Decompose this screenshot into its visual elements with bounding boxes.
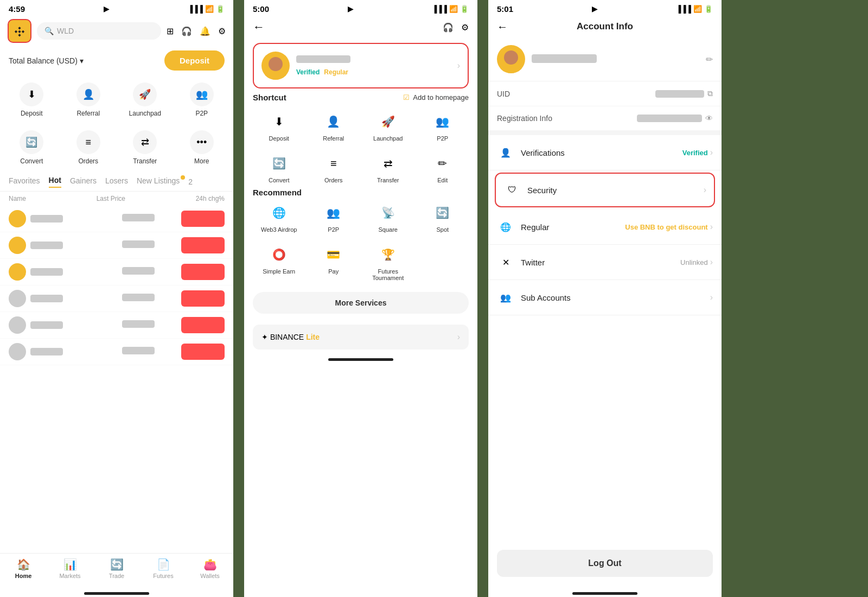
profile-card[interactable]: Verified Regular › — [253, 43, 469, 88]
action-launchpad[interactable]: 🚀 Launchpad — [118, 77, 173, 123]
menu-sub-accounts[interactable]: 👥 Sub Accounts › — [488, 280, 722, 315]
regular-chevron: › — [710, 222, 713, 232]
price-value — [122, 347, 155, 354]
action-transfer[interactable]: ⇄ Transfer — [118, 125, 173, 170]
shortcut-transfer[interactable]: ⇄ Transfer — [362, 148, 414, 188]
table-row[interactable] — [0, 285, 233, 312]
shortcut-p2p-label: P2P — [437, 135, 448, 142]
eye-icon[interactable]: 👁 — [705, 114, 713, 123]
avatar-head-3 — [504, 50, 518, 65]
service-web3-airdrop[interactable]: 🌐 Web3 Airdrop — [253, 198, 305, 237]
headset-icon[interactable]: 🎧 — [181, 26, 192, 36]
service-p2p[interactable]: 👥 P2P — [308, 198, 360, 237]
menu-twitter[interactable]: ✕ Twitter Unlinked › — [488, 245, 722, 280]
menu-security[interactable]: 🛡 Security › — [495, 173, 715, 207]
action-label-orders: Orders — [78, 157, 98, 165]
bell-icon[interactable]: 🔔 — [200, 26, 210, 36]
table-row[interactable] — [0, 206, 233, 232]
page-title: Account Info — [577, 21, 633, 32]
recommend-grid: 🌐 Web3 Airdrop 👥 P2P 📡 Square 🔄 Spot ⭕ S… — [244, 198, 477, 285]
tab-gainers[interactable]: Gainers — [70, 176, 97, 187]
profile-info: Verified Regular — [296, 55, 451, 76]
spot-label: Spot — [436, 226, 449, 233]
binance-lite-bar[interactable]: ✦ BINANCE Lite › — [253, 325, 469, 350]
more-services-button[interactable]: More Services — [253, 292, 469, 314]
nav-markets[interactable]: 📊 Markets — [47, 558, 93, 579]
table-row[interactable] — [0, 259, 233, 285]
shortcut-edit-icon: ✏ — [432, 153, 454, 174]
search-placeholder: WLD — [57, 27, 74, 35]
price-cell — [95, 294, 181, 303]
avatar-3 — [497, 45, 525, 73]
back-icon-2[interactable]: ← — [253, 20, 265, 34]
action-more[interactable]: ••• More — [175, 125, 229, 170]
price-value — [122, 294, 155, 301]
menu-regular[interactable]: 🌐 Regular Use BNB to get discount › — [488, 209, 722, 245]
table-row[interactable] — [0, 232, 233, 259]
menu-security-left: 🛡 Security — [503, 181, 557, 199]
tab-new-listings[interactable]: New Listings — [137, 176, 180, 187]
service-square[interactable]: 📡 Square — [362, 198, 414, 237]
coin-icon — [9, 263, 26, 281]
shortcut-orders[interactable]: ≡ Orders — [308, 148, 360, 188]
nav-home[interactable]: 🏠 Home — [0, 558, 47, 579]
chevron-down-icon: ▾ — [80, 56, 84, 65]
person-icon[interactable]: ⚙ — [218, 26, 226, 36]
service-pay[interactable]: 💳 Pay — [308, 239, 360, 285]
status-icons-2: ▐▐▐ 📶 🔋 — [432, 5, 469, 13]
table-row[interactable] — [0, 339, 233, 365]
service-spot[interactable]: 🔄 Spot — [417, 198, 469, 237]
market-tabs: Favorites Hot Gainers Losers New Listing… — [0, 173, 233, 192]
wifi-icon-3: 📶 — [693, 5, 702, 13]
tab-hot[interactable]: Hot — [49, 176, 61, 188]
action-convert[interactable]: 🔄 Convert — [4, 125, 59, 170]
signal-icon-2: ▐▐▐ — [432, 5, 447, 13]
menu-verifications[interactable]: 👤 Verifications Verified › — [488, 135, 722, 170]
home-indicator-3 — [572, 592, 637, 595]
nav-futures[interactable]: 📄 Futures — [140, 558, 187, 579]
price-value — [122, 240, 155, 248]
binance-logo[interactable] — [8, 19, 31, 43]
shortcut-edit[interactable]: ✏ Edit — [417, 148, 469, 188]
username-blurred — [296, 55, 350, 63]
shortcut-launchpad-label: Launchpad — [373, 135, 403, 142]
security-icon: 🛡 — [503, 181, 521, 199]
security-chevron: › — [704, 185, 706, 195]
shortcut-launchpad[interactable]: 🚀 Launchpad — [362, 106, 414, 146]
shortcut-referral[interactable]: 👤 Referral — [308, 106, 360, 146]
p2p-rec-label: P2P — [328, 226, 339, 233]
scan-icon[interactable]: ⊞ — [167, 26, 174, 36]
action-orders[interactable]: ≡ Orders — [61, 125, 116, 170]
deposit-button[interactable]: Deposit — [164, 50, 225, 71]
action-p2p[interactable]: 👥 P2P — [175, 77, 229, 123]
search-bar[interactable]: 🔍 WLD — [37, 22, 161, 40]
nav-trade[interactable]: 🔄 Trade — [93, 558, 140, 579]
phone-3: 5:01 ▶ ▐▐▐ 📶 🔋 ← Account Info ✏ UID ⧉ Re — [488, 0, 722, 597]
back-button[interactable]: ← — [497, 21, 508, 33]
tab-losers[interactable]: Losers — [105, 176, 128, 187]
change-cell — [181, 237, 225, 253]
headset-icon-2[interactable]: 🎧 — [443, 22, 454, 33]
tab-favorites[interactable]: Favorites — [9, 176, 40, 187]
edit-icon[interactable]: ✏ — [706, 54, 713, 65]
service-simple-earn[interactable]: ⭕ Simple Earn — [253, 239, 305, 285]
action-deposit[interactable]: ⬇ Deposit — [4, 77, 59, 123]
table-row[interactable] — [0, 312, 233, 339]
add-to-homepage[interactable]: ☑ Add to homepage — [403, 93, 469, 101]
nav-wallets[interactable]: 👛 Wallets — [187, 558, 233, 579]
verifications-status: Verified — [682, 149, 708, 157]
phone2-header-icons: 🎧 ⚙ — [443, 22, 469, 33]
logout-button[interactable]: Log Out — [497, 550, 713, 577]
shortcut-p2p[interactable]: 👥 P2P — [417, 106, 469, 146]
signal-icon-3: ▐▐▐ — [676, 5, 691, 13]
service-futures-tournament[interactable]: 🏆 Futures Tournament — [362, 239, 414, 285]
settings-icon-2[interactable]: ⚙ — [461, 22, 469, 33]
web3-airdrop-label: Web3 Airdrop — [261, 226, 297, 233]
square-icon: 📡 — [377, 202, 399, 224]
copy-icon[interactable]: ⧉ — [707, 89, 713, 98]
shortcut-deposit[interactable]: ⬇ Deposit — [253, 106, 305, 146]
action-referral[interactable]: 👤 Referral — [61, 77, 116, 123]
verifications-chevron: › — [710, 148, 713, 157]
background-fill — [722, 0, 868, 597]
referral-icon: 👤 — [76, 82, 100, 106]
